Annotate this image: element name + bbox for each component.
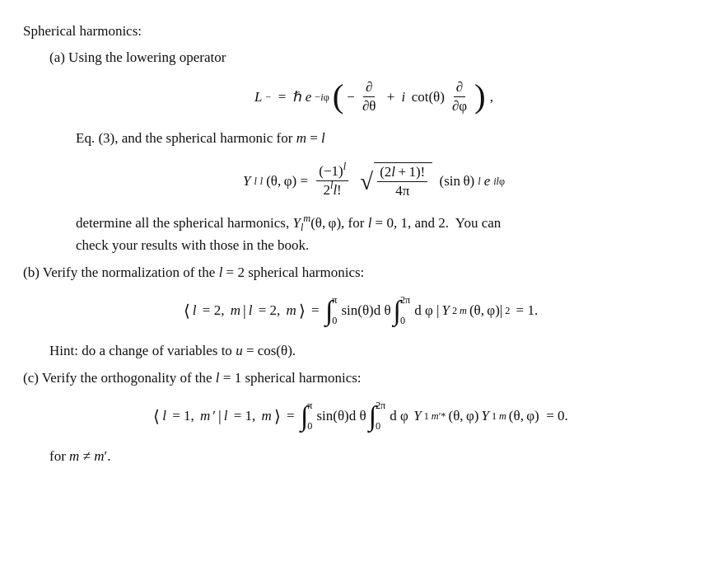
- int-limits2-b: 2π 0: [400, 294, 410, 327]
- part-a-label: (a) Using the lowering operator: [49, 49, 698, 66]
- langle-b: ⟨: [184, 301, 190, 321]
- integral2-c: ∫: [369, 402, 376, 430]
- langle-c: ⟨: [153, 406, 160, 426]
- rangle-c: ⟩: [274, 406, 281, 426]
- part-a-text2: determine all the spherical harmonics, Y…: [76, 213, 698, 256]
- frac-dphi: ∂ ∂φ: [450, 79, 469, 115]
- sqrt-Y: √ (2l + 1)! 4π: [360, 162, 432, 199]
- integral1-c: ∫: [301, 402, 308, 430]
- part-a-text1: Eq. (3), and the spherical harmonic for …: [76, 128, 698, 149]
- part-b-hint: Hint: do a change of variables to u = co…: [49, 340, 698, 362]
- title-text: Spherical harmonics:: [23, 23, 142, 39]
- part-b: (b) Verify the normalization of the l = …: [23, 264, 698, 362]
- paren-right-L: ): [474, 80, 486, 114]
- formula-L: L− = ℏe−iφ ( − ∂ ∂θ + i cot(θ) ∂ ∂φ ) ,: [49, 79, 698, 115]
- part-c-footer: for m ≠ m′.: [49, 446, 698, 467]
- frac-Y-coeff: (−1)l 2ll!: [316, 163, 348, 199]
- int-limits2-c: 2π 0: [376, 400, 385, 433]
- vert-c: |: [218, 407, 222, 425]
- section-title: Spherical harmonics:: [23, 23, 698, 40]
- part-c: (c) Verify the orthogonality of the l = …: [23, 370, 698, 467]
- part-c-label: (c) Verify the orthogonality of the l = …: [23, 370, 698, 386]
- part-a-label-text: (a) Using the lowering operator: [49, 49, 226, 65]
- formula-Y: Yll(θ, φ) = (−1)l 2ll! √ (2l + 1)! 4π (s…: [49, 162, 698, 199]
- formula-norm: ⟨ l = 2, m | l = 2, m ⟩ = ∫ π 0 sin(θ)d …: [23, 294, 698, 327]
- part-c-label-text: (c) Verify the orthogonality of the l = …: [23, 370, 362, 386]
- formula-orth: ⟨ l = 1, m′ | l = 1, m ⟩ = ∫ π 0 sin(θ)d…: [23, 400, 698, 433]
- vert-b: |: [243, 302, 246, 320]
- frac-sqrt-inner: (2l + 1)! 4π: [377, 164, 427, 199]
- part-b-label: (b) Verify the normalization of the l = …: [23, 264, 698, 281]
- paren-left-L: (: [333, 80, 344, 114]
- part-b-label-text: (b) Verify the normalization of the l = …: [23, 264, 364, 280]
- sqrt-symbol: √: [360, 171, 373, 192]
- rangle-b: ⟩: [299, 301, 306, 321]
- sqrt-content: (2l + 1)! 4π: [374, 162, 432, 199]
- integral2-b: ∫: [394, 297, 401, 325]
- part-a: (a) Using the lowering operator L− = ℏe−…: [49, 49, 698, 256]
- integral1-b: ∫: [325, 297, 333, 325]
- frac-dtheta: ∂ ∂θ: [360, 79, 379, 115]
